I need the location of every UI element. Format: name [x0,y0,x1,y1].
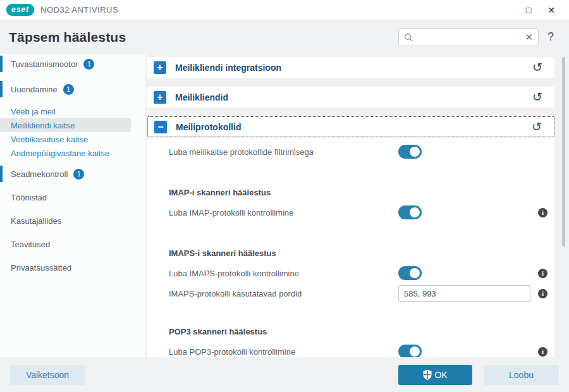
header: Täpsem häälestus ✕ ? [0,20,569,54]
eset-logo: eset [6,4,34,16]
section-meilikliendi-integratsioon[interactable]: + Meilikliendi integratsioon ↺ [147,57,554,78]
section-body-meiliprotokollid: Luba meilikaitse protokollide filtrimise… [147,138,554,357]
sidebar-item-veeb-ja-meil[interactable]: Veeb ja meil [0,104,145,118]
sidebar-item-uuendamine[interactable]: Uuendamine 1 [0,81,145,97]
count-badge: 1 [83,59,94,70]
group-heading: POP3 skanneri häälestus [169,324,554,339]
section-meilikliendid[interactable]: + Meilikliendid ↺ [147,87,554,107]
sidebar-item-tuvastamismootor[interactable]: Tuvastamismootor 1 [0,56,145,72]
info-icon[interactable]: i [538,347,548,357]
setting-row: Luba IMAPS-protokolli kontrollimine i [169,266,554,281]
search-box[interactable]: ✕ [398,28,539,46]
sidebar-item-veebikasutuse-kaitse[interactable]: Veebikasutuse kaitse [0,132,145,146]
revert-icon[interactable]: ↺ [532,121,542,133]
info-icon[interactable]: i [538,208,548,217]
section-title: Meilikliendid [175,92,228,102]
page-title: Täpsem häälestus [9,30,126,45]
setting-row: IMAPS-protokolli kasutatavad pordid i [169,285,554,302]
maximize-icon[interactable]: □ [520,5,537,15]
app-window: eset NOD32 ANTIVIRUS □ ✕ Täpsem häälestu… [0,0,569,392]
shield-icon [423,370,432,380]
revert-icon[interactable]: ↺ [532,91,542,103]
toggle-on[interactable] [398,345,422,357]
titlebar: eset NOD32 ANTIVIRUS □ ✕ [0,0,569,20]
sidebar-item-label: Seadmekontroll [11,169,68,179]
toggle-on[interactable] [398,145,422,159]
sidebar-item-privaatsussatted[interactable]: Privaatsussätted [0,259,145,276]
setting-label: Luba IMAPS-protokolli kontrollimine [169,269,398,278]
sidebar-item-meilikliendi-kaitse[interactable]: Meilikliendi kaitse [0,118,131,132]
toggle-on[interactable] [398,266,422,280]
sidebar-item-label: Meilikliendi kaitse [11,121,75,130]
sidebar-item-label: Teavitused [11,240,50,249]
section-title: Meilikliendi integratsioon [175,63,281,73]
cancel-button[interactable]: Loobu [484,365,559,385]
section-meiliprotokollid[interactable]: − Meiliprotokollid ↺ [147,116,554,137]
search-input[interactable] [417,32,521,42]
info-icon[interactable]: i [538,289,548,298]
count-badge: 1 [73,169,84,180]
ports-input[interactable] [398,285,530,302]
ok-button[interactable]: OK [398,365,472,385]
search-clear-icon[interactable]: ✕ [525,32,533,42]
group-heading-label: IMAP-i skanneri häälestus [169,188,271,197]
toggle-knob [410,268,420,278]
setting-row: Luba meilikaitse protokollide filtrimise… [169,144,554,159]
setting-label: Luba POP3-protokolli kontrollimine [169,347,398,357]
close-icon[interactable]: ✕ [542,5,560,15]
search-icon [404,33,413,42]
toggle-knob [410,147,420,157]
help-icon[interactable]: ? [548,30,554,44]
sidebar-item-teavitused[interactable]: Teavitused [0,236,145,252]
setting-label: Luba meilikaitse protokollide filtrimise… [169,147,398,157]
sidebar-item-label: Privaatsussätted [11,263,71,273]
ok-button-label: OK [434,370,447,380]
revert-icon[interactable]: ↺ [532,61,542,73]
sidebar-item-label: Veebikasutuse kaitse [11,135,88,144]
sidebar-item-label: Veeb ja meil [11,107,56,116]
group-heading: IMAPS-i skanneri häälestus [169,245,554,260]
count-badge: 1 [63,84,74,95]
sidebar-item-label: Tööriistad [11,193,47,202]
expand-icon[interactable]: + [154,61,166,74]
setting-label: IMAPS-protokolli kasutatavad pordid [169,289,398,298]
toggle-on[interactable] [398,205,422,219]
scrollbar-thumb[interactable] [562,57,565,247]
sidebar-item-kasutajaliides[interactable]: Kasutajaliides [0,212,145,229]
sidebar-item-tooriistad[interactable]: Tööriistad [0,189,145,205]
setting-label: Luba IMAP-protokolli kontrollimine [169,208,398,217]
defaults-button[interactable]: Vaiketsoon [10,365,85,385]
sidebar-item-label: Kasutajaliides [11,216,61,226]
sidebar-item-seadmekontroll[interactable]: Seadmekontroll 1 [0,166,145,182]
sidebar-item-label: Tuvastamismootor [11,59,78,69]
footer: Vaiketsoon OK Loobu [0,357,569,392]
main-content: + Meilikliendi integratsioon ↺ + Meilikl… [145,54,569,357]
section-title: Meiliprotokollid [176,122,241,132]
setting-row: Luba IMAP-protokolli kontrollimine i [169,205,554,220]
group-heading-label: IMAPS-i skanneri häälestus [169,248,276,258]
group-heading-label: POP3 skanneri häälestus [169,327,267,336]
window-controls: □ ✕ [520,5,569,15]
setting-row: Luba POP3-protokolli kontrollimine i [169,344,554,357]
sidebar-item-label: Uuendamine [11,85,58,94]
body: Tuvastamismootor 1 Uuendamine 1 Veeb ja … [0,54,569,357]
toggle-knob [410,346,420,357]
sidebar-item-label: Andmepüügivastane kaitse [11,149,109,158]
sidebar-item-andmepuugivastane-kaitse[interactable]: Andmepüügivastane kaitse [0,146,145,160]
info-icon[interactable]: i [538,269,548,278]
app-title: NOD32 ANTIVIRUS [40,5,118,15]
collapse-icon[interactable]: − [154,121,167,133]
toggle-knob [410,207,420,217]
sidebar: Tuvastamismootor 1 Uuendamine 1 Veeb ja … [0,54,145,357]
group-heading: IMAP-i skanneri häälestus [169,185,554,200]
expand-icon[interactable]: + [154,91,166,104]
